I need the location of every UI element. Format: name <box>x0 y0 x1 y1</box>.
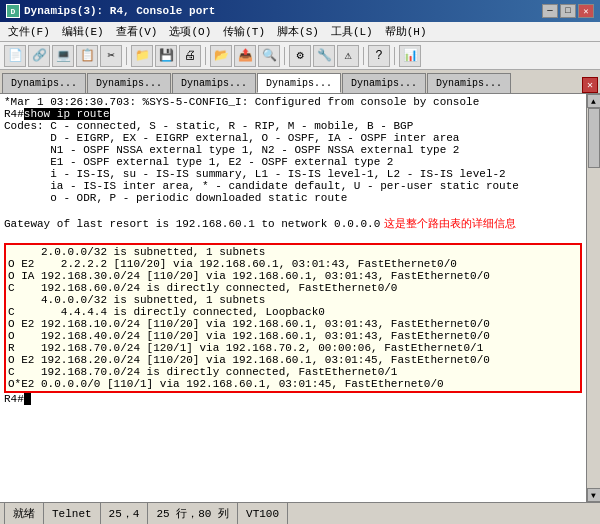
line-codes: Codes: C - connected, S - static, R - RI… <box>4 120 582 132</box>
title-bar-left: D Dynamips(3): R4, Console port <box>6 4 215 18</box>
status-bar: 就绪 Telnet 25，4 25 行，80 列 VT100 <box>0 502 600 524</box>
toolbar-btn-3[interactable]: 💻 <box>52 45 74 67</box>
command-text: show ip route <box>24 108 110 120</box>
route-table-box: 2.0.0.0/32 is subnetted, 1 subnets O E2 … <box>4 243 582 393</box>
toolbar-btn-15[interactable]: ? <box>368 45 390 67</box>
toolbar-btn-8[interactable]: 🖨 <box>179 45 201 67</box>
app-icon: D <box>6 4 20 18</box>
line-codes7: o - ODR, P - periodic downloaded static … <box>4 192 582 204</box>
scrollbar[interactable]: ▲ ▼ <box>586 94 600 502</box>
tab-2[interactable]: Dynamips... <box>87 73 171 93</box>
scroll-track <box>588 108 600 488</box>
toolbar-sep-2 <box>205 47 206 65</box>
menu-options[interactable]: 选项(O) <box>163 23 217 40</box>
menu-view[interactable]: 查看(V) <box>110 23 164 40</box>
toolbar-btn-16[interactable]: 📊 <box>399 45 421 67</box>
toolbar-btn-12[interactable]: ⚙ <box>289 45 311 67</box>
line-codes2: D - EIGRP, EX - EIGRP external, O - OSPF… <box>4 132 582 144</box>
line-codes5: i - IS-IS, su - IS-IS summary, L1 - IS-I… <box>4 168 582 180</box>
line-gateway: Gateway of last resort is 192.168.60.1 t… <box>4 216 582 231</box>
terminal-wrapper: *Mar 1 03:26:30.703: %SYS-5-CONFIG_I: Co… <box>0 94 600 502</box>
tabs-bar: Dynamips... Dynamips... Dynamips... Dyna… <box>0 70 600 94</box>
line-blank2 <box>4 231 582 243</box>
toolbar-sep-4 <box>363 47 364 65</box>
toolbar-btn-11[interactable]: 🔍 <box>258 45 280 67</box>
route-line-4: C 192.168.60.0/24 is directly connected,… <box>8 282 578 294</box>
toolbar: 📄 🔗 💻 📋 ✂ 📁 💾 🖨 📂 📤 🔍 ⚙ 🔧 ⚠ ? 📊 <box>0 42 600 70</box>
title-bar: D Dynamips(3): R4, Console port ─ □ ✕ <box>0 0 600 22</box>
status-encoding: VT100 <box>238 503 288 524</box>
menu-edit[interactable]: 编辑(E) <box>56 23 110 40</box>
menu-bar: 文件(F) 编辑(E) 查看(V) 选项(O) 传输(T) 脚本(S) 工具(L… <box>0 22 600 42</box>
menu-tools[interactable]: 工具(L) <box>325 23 379 40</box>
toolbar-btn-7[interactable]: 💾 <box>155 45 177 67</box>
toolbar-sep-3 <box>284 47 285 65</box>
status-dimensions: 25 行，80 列 <box>148 503 238 524</box>
toolbar-btn-14[interactable]: ⚠ <box>337 45 359 67</box>
toolbar-btn-4[interactable]: 📋 <box>76 45 98 67</box>
tab-4-active[interactable]: Dynamips... <box>257 73 341 93</box>
toolbar-btn-13[interactable]: 🔧 <box>313 45 335 67</box>
route-line-2: O E2 2.2.2.2 [110/20] via 192.168.60.1, … <box>8 258 578 270</box>
window-title: Dynamips(3): R4, Console port <box>24 5 215 17</box>
scroll-up-button[interactable]: ▲ <box>587 94 601 108</box>
toolbar-sep-5 <box>394 47 395 65</box>
line-codes4: E1 - OSPF external type 1, E2 - OSPF ext… <box>4 156 582 168</box>
toolbar-btn-2[interactable]: 🔗 <box>28 45 50 67</box>
scroll-down-button[interactable]: ▼ <box>587 488 601 502</box>
route-line-7: O E2 192.168.10.0/24 [110/20] via 192.16… <box>8 318 578 330</box>
route-line-11: C 192.168.70.0/24 is directly connected,… <box>8 366 578 378</box>
toolbar-sep-1 <box>126 47 127 65</box>
line-blank1 <box>4 204 582 216</box>
route-line-6: C 4.4.4.4 is directly connected, Loopbac… <box>8 306 578 318</box>
tab-5[interactable]: Dynamips... <box>342 73 426 93</box>
close-button[interactable]: ✕ <box>578 4 594 18</box>
line-codes6: ia - IS-IS inter area, * - candidate def… <box>4 180 582 192</box>
line-cmd: R4#show ip route <box>4 108 582 120</box>
cursor <box>24 393 31 405</box>
route-line-9: R 192.168.70.0/24 [120/1] via 192.168.70… <box>8 342 578 354</box>
toolbar-btn-1[interactable]: 📄 <box>4 45 26 67</box>
route-line-8: O 192.168.40.0/24 [110/20] via 192.168.6… <box>8 330 578 342</box>
status-position: 25，4 <box>101 503 149 524</box>
line-prompt: R4# <box>4 393 582 405</box>
gateway-text: Gateway of last resort is 192.168.60.1 t… <box>4 218 380 230</box>
menu-help[interactable]: 帮助(H) <box>379 23 433 40</box>
toolbar-btn-5[interactable]: ✂ <box>100 45 122 67</box>
route-line-1: 2.0.0.0/32 is subnetted, 1 subnets <box>8 246 578 258</box>
menu-transfer[interactable]: 传输(T) <box>217 23 271 40</box>
status-protocol: Telnet <box>44 503 101 524</box>
title-buttons: ─ □ ✕ <box>542 4 594 18</box>
tab-1[interactable]: Dynamips... <box>2 73 86 93</box>
terminal[interactable]: *Mar 1 03:26:30.703: %SYS-5-CONFIG_I: Co… <box>0 94 586 502</box>
scroll-thumb[interactable] <box>588 108 600 168</box>
minimize-button[interactable]: ─ <box>542 4 558 18</box>
status-ready: 就绪 <box>4 503 44 524</box>
route-line-5: 4.0.0.0/32 is subnetted, 1 subnets <box>8 294 578 306</box>
toolbar-btn-6[interactable]: 📁 <box>131 45 153 67</box>
menu-script[interactable]: 脚本(S) <box>271 23 325 40</box>
line-codes3: N1 - OSPF NSSA external type 1, N2 - OSP… <box>4 144 582 156</box>
toolbar-btn-9[interactable]: 📂 <box>210 45 232 67</box>
route-line-12: O*E2 0.0.0.0/0 [110/1] via 192.168.60.1,… <box>8 378 578 390</box>
line-1: *Mar 1 03:26:30.703: %SYS-5-CONFIG_I: Co… <box>4 96 582 108</box>
annotation-text: 这是整个路由表的详细信息 <box>384 216 516 231</box>
maximize-button[interactable]: □ <box>560 4 576 18</box>
route-line-10: O E2 192.168.20.0/24 [110/20] via 192.16… <box>8 354 578 366</box>
tab-3[interactable]: Dynamips... <box>172 73 256 93</box>
route-line-3: O IA 192.168.30.0/24 [110/20] via 192.16… <box>8 270 578 282</box>
tab-6[interactable]: Dynamips... <box>427 73 511 93</box>
close-all-tabs-button[interactable]: ✕ <box>582 77 598 93</box>
toolbar-btn-10[interactable]: 📤 <box>234 45 256 67</box>
menu-file[interactable]: 文件(F) <box>2 23 56 40</box>
